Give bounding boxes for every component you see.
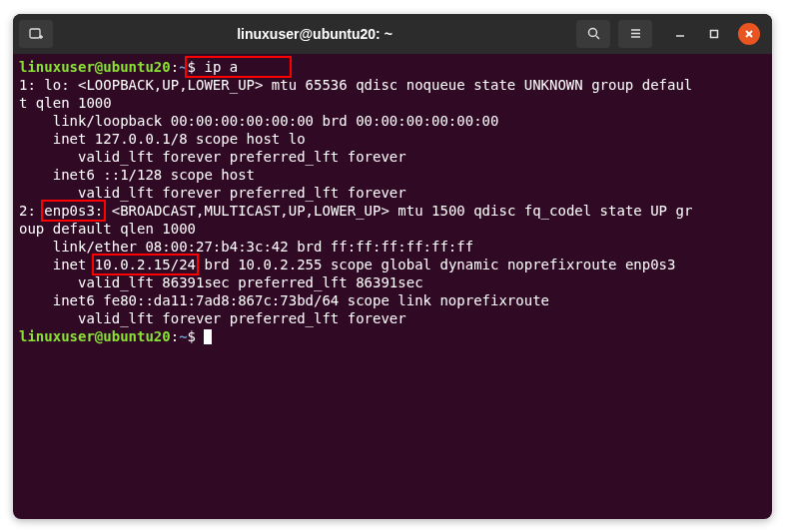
ip-highlight: 10.0.2.15/24: [92, 254, 199, 275]
header-controls: [576, 20, 766, 48]
command-text: ip a: [204, 59, 238, 75]
minimize-button[interactable]: [670, 24, 690, 44]
svg-point-3: [588, 29, 596, 37]
output-line: valid_lft 86391sec preferred_lft 86391se…: [19, 274, 423, 290]
command-highlight: $ ip a: [185, 56, 292, 78]
maximize-button[interactable]: [704, 24, 724, 44]
search-icon: [586, 26, 601, 41]
titlebar: linuxuser@ubuntu20: ~: [13, 14, 772, 54]
prompt-colon: :: [171, 59, 179, 75]
hamburger-icon: [628, 26, 643, 41]
output-line: valid_lft forever preferred_lft forever: [19, 149, 406, 165]
maximize-icon: [708, 28, 720, 40]
close-icon: [744, 29, 754, 39]
interface-name: enp0s3:: [44, 203, 103, 219]
interface-highlight: enp0s3:: [41, 200, 106, 222]
terminal-content[interactable]: linuxuser@ubuntu20:~$ ip a 1: lo: <LOOPB…: [13, 54, 772, 349]
output-line: valid_lft forever preferred_lft forever: [19, 310, 406, 326]
output-line: link/loopback 00:00:00:00:00:00 brd 00:0…: [19, 113, 498, 129]
output-line: link/ether 08:00:27:b4:3c:42 brd ff:ff:f…: [19, 239, 473, 255]
output-line: oup default qlen 1000: [19, 221, 196, 237]
output-line: 1: lo: <LOOPBACK,UP,LOWER_UP> mtu 65536 …: [19, 77, 692, 93]
terminal-window: linuxuser@ubuntu20: ~: [13, 14, 772, 519]
output-line: <BROADCAST,MULTICAST,UP,LOWER_UP> mtu 15…: [103, 203, 692, 219]
menu-button[interactable]: [618, 20, 652, 48]
window-controls: [670, 23, 760, 45]
prompt-colon: :: [171, 328, 179, 344]
window-title: linuxuser@ubuntu20: ~: [59, 26, 570, 42]
new-tab-icon: [28, 26, 44, 42]
prompt-user: linuxuser@ubuntu20: [19, 328, 171, 344]
output-line: inet 127.0.0.1/8 scope host lo: [19, 131, 306, 147]
svg-rect-9: [711, 30, 718, 37]
new-tab-button[interactable]: [19, 20, 53, 48]
prompt-symbol: $: [188, 59, 196, 75]
svg-rect-0: [30, 29, 40, 38]
prompt-user: linuxuser@ubuntu20: [19, 59, 171, 75]
output-line: inet6 fe80::da11:7ad8:867c:73bd/64 scope…: [19, 292, 557, 308]
output-line: inet6 ::1/128 scope host: [19, 167, 263, 183]
cursor: [204, 329, 212, 344]
search-button[interactable]: [576, 20, 610, 48]
output-line: t qlen 1000: [19, 95, 112, 111]
close-button[interactable]: [738, 23, 760, 45]
prompt-path: ~: [179, 328, 187, 344]
svg-line-4: [596, 36, 599, 39]
minimize-icon: [674, 28, 686, 40]
output-line: valid_lft forever preferred_lft forever: [19, 185, 406, 201]
prompt-symbol: $: [188, 328, 196, 344]
output-line: brd 10.0.2.255 scope global dynamic nopr…: [196, 257, 675, 272]
output-line: inet: [19, 257, 95, 272]
ip-address: 10.0.2.15/24: [95, 257, 196, 272]
